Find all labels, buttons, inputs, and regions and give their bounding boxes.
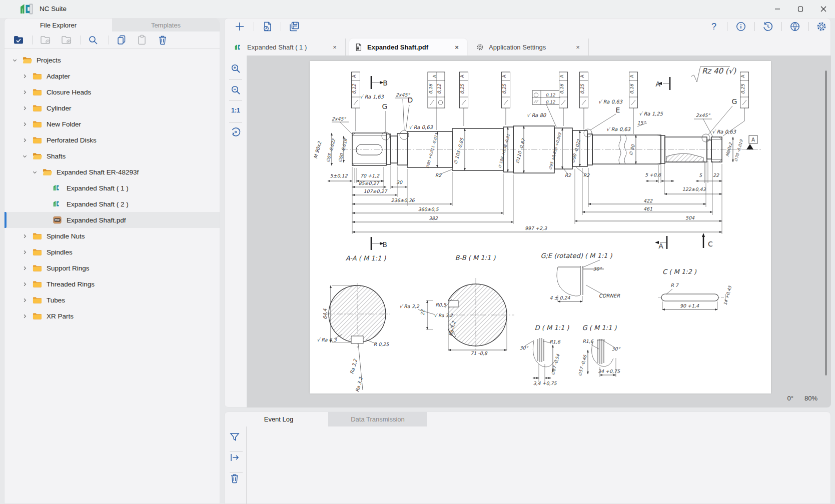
chevron-right-icon[interactable] bbox=[21, 104, 29, 112]
drawing-annotation: √ Ra 6,3 bbox=[317, 337, 337, 342]
tab-expanded-shaft-pdf[interactable]: Expanded Shaft.pdf × bbox=[349, 38, 467, 56]
drawing-annotation: A bbox=[559, 74, 564, 78]
tree-item-label: Cylinder bbox=[47, 104, 72, 112]
save-all-icon[interactable] bbox=[288, 20, 300, 32]
drawing-annotation: R2 bbox=[435, 172, 442, 178]
tab-application-settings[interactable]: Application Settings × bbox=[471, 38, 589, 56]
copy-icon[interactable] bbox=[116, 34, 128, 46]
history-icon[interactable] bbox=[762, 20, 774, 32]
tab-file-explorer[interactable]: File Explorer bbox=[5, 18, 112, 32]
maximize-button[interactable] bbox=[789, 0, 812, 18]
tab-close-icon[interactable]: × bbox=[572, 44, 583, 51]
tab-templates[interactable]: Templates bbox=[112, 18, 220, 32]
drawing-annotation: 0,12 bbox=[546, 100, 556, 104]
zoom-1to1-button[interactable]: 1:1 bbox=[228, 107, 243, 114]
chevron-down-icon[interactable] bbox=[11, 56, 19, 64]
app-logo bbox=[19, 3, 34, 15]
tree-item-expanded-shaft-er-48293f[interactable]: Expanded Shaft ER-48293f bbox=[5, 164, 220, 180]
tree-item-perforated-disks[interactable]: Perforated Disks bbox=[5, 132, 220, 148]
chevron-right-icon[interactable] bbox=[21, 312, 29, 320]
drawing-annotation: R 7 bbox=[670, 282, 679, 288]
tree-item-expanded-shaft-2-[interactable]: Expanded Shaft ( 2 ) bbox=[5, 196, 220, 212]
drawing-annotation: 90 +1,4 bbox=[680, 303, 699, 308]
info-icon[interactable] bbox=[735, 20, 747, 32]
drawing-annotation: E bbox=[616, 106, 620, 114]
new-tab-icon[interactable] bbox=[234, 20, 246, 32]
drawing-annotation: 382 bbox=[429, 216, 438, 221]
chevron-right-icon[interactable] bbox=[21, 120, 29, 128]
chevron-right-icon[interactable] bbox=[21, 232, 29, 240]
folder-icon bbox=[33, 312, 42, 320]
filter-icon[interactable] bbox=[229, 431, 241, 443]
tab-close-icon[interactable]: × bbox=[451, 44, 462, 51]
tree-item-support-rings[interactable]: Support Rings bbox=[5, 260, 220, 276]
tree-item-label: Perforated Disks bbox=[47, 136, 97, 144]
folder-icon bbox=[33, 296, 42, 304]
tree-item-xr-parts[interactable]: XR Parts bbox=[5, 308, 220, 324]
tree-item-cylinder[interactable]: Cylinder bbox=[5, 100, 220, 116]
drawing-annotation: 5±0,12 bbox=[330, 173, 348, 178]
tab-event-log[interactable]: Event Log bbox=[229, 412, 328, 426]
rotate-icon[interactable] bbox=[230, 126, 242, 138]
drawing-annotation: C ( M 1:2 ) bbox=[662, 268, 697, 276]
language-globe-icon[interactable] bbox=[789, 20, 801, 32]
search-icon[interactable] bbox=[87, 34, 99, 46]
drawing-annotation: G bbox=[382, 102, 388, 110]
drawing-annotation: 22 bbox=[420, 309, 425, 316]
chevron-right-icon[interactable] bbox=[21, 136, 29, 144]
minimize-button[interactable] bbox=[766, 0, 789, 18]
document-tab-bar: Expanded Shaft ( 1 ) × Expanded Shaft.pd… bbox=[225, 38, 830, 56]
chevron-right-icon[interactable] bbox=[21, 72, 29, 80]
drawing-annotation: √ Ra 80 bbox=[527, 112, 547, 118]
chevron-right-icon[interactable] bbox=[21, 280, 29, 288]
settings-gear-icon[interactable] bbox=[815, 20, 827, 32]
rotation-value: 0° bbox=[787, 394, 793, 402]
tree-item-tubes[interactable]: Tubes bbox=[5, 292, 220, 308]
chevron-right-icon[interactable] bbox=[21, 296, 29, 304]
drawing-annotation: A bbox=[460, 74, 465, 78]
tree-item-adapter[interactable]: Adapter bbox=[5, 68, 220, 84]
select-folder-icon[interactable] bbox=[13, 34, 25, 46]
zoom-out-icon[interactable] bbox=[230, 84, 242, 96]
drawing-annotation: ∅110 -0,87 bbox=[515, 138, 526, 164]
nc-file-icon bbox=[234, 43, 243, 52]
close-button[interactable] bbox=[812, 0, 835, 18]
shaft-drawing: Rz 40 (√)BBAACGDEGA2x45°2x45°2x45°√ Ra 1… bbox=[310, 61, 771, 394]
tab-close-icon[interactable]: × bbox=[329, 44, 340, 51]
delete-icon[interactable] bbox=[157, 34, 169, 46]
tree-item-label: Expanded Shaft ( 1 ) bbox=[67, 184, 129, 192]
tree-item-projects[interactable]: Projects bbox=[5, 52, 220, 68]
chevron-right-icon[interactable] bbox=[21, 248, 29, 256]
tree-item-label: Expanded Shaft ER-48293f bbox=[57, 168, 139, 176]
tab-data-transmission[interactable]: Data Transmission bbox=[328, 412, 427, 426]
viewer-scrollbar[interactable] bbox=[825, 70, 827, 376]
drawing-annotation: Ra 3,2 bbox=[354, 376, 364, 392]
drawing-annotation: R2 bbox=[583, 172, 590, 178]
edit-document-icon[interactable] bbox=[262, 20, 274, 32]
tree-item-expanded-shaft-pdf[interactable]: PDFExpanded Shaft.pdf bbox=[5, 212, 220, 228]
tab-expanded-shaft-1[interactable]: Expanded Shaft ( 1 ) × bbox=[229, 38, 346, 56]
drawing-annotation: 236±0,36 bbox=[391, 198, 415, 203]
drawing-annotation: D ( M 1:1 ) bbox=[535, 324, 570, 332]
tree-item-spindles[interactable]: Spindles bbox=[5, 244, 220, 260]
chevron-right-icon[interactable] bbox=[21, 264, 29, 272]
tree-item-closure-heads[interactable]: Closure Heads bbox=[5, 84, 220, 100]
tree-item-threaded-rings[interactable]: Threaded Rings bbox=[5, 276, 220, 292]
tree-item-shafts[interactable]: Shafts bbox=[5, 148, 220, 164]
clear-log-icon[interactable] bbox=[229, 472, 241, 484]
tree-item-expanded-shaft-1-[interactable]: Expanded Shaft ( 1 ) bbox=[5, 180, 220, 196]
chevron-down-icon[interactable] bbox=[21, 152, 29, 160]
drawing-annotation: ∅80 -0,019 bbox=[337, 138, 348, 163]
tree-item-new-folder[interactable]: New Folder bbox=[5, 116, 220, 132]
chevron-right-icon[interactable] bbox=[21, 88, 29, 96]
drawing-annotation: ∅57 -0,46 bbox=[577, 354, 588, 377]
drawing-annotation: A bbox=[580, 74, 585, 78]
help-icon[interactable]: ? bbox=[708, 20, 720, 32]
chevron-down-icon[interactable] bbox=[31, 168, 39, 176]
tree-item-spindle-nuts[interactable]: Spindle Nuts bbox=[5, 228, 220, 244]
tree-item-label: Closure Heads bbox=[47, 88, 91, 96]
zoom-in-icon[interactable] bbox=[230, 62, 242, 74]
export-icon[interactable] bbox=[229, 452, 241, 464]
main-toolbar: ? bbox=[225, 18, 830, 38]
drawing-annotation: 422 bbox=[643, 198, 653, 204]
